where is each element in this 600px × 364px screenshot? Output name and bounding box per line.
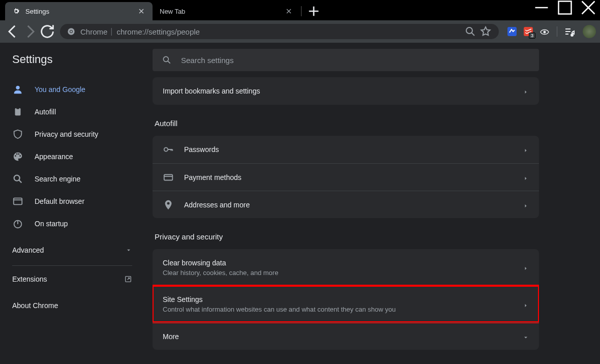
address-bar[interactable]: Chrome | chrome://settings/people bbox=[60, 24, 499, 39]
back-button[interactable] bbox=[4, 23, 21, 40]
sidebar-advanced[interactable]: Advanced bbox=[0, 239, 144, 261]
minimize-button[interactable] bbox=[530, 0, 553, 15]
sidebar-item-label: Appearance bbox=[35, 153, 73, 161]
sidebar-item-default-browser[interactable]: Default browser bbox=[0, 190, 144, 213]
search-input[interactable] bbox=[181, 56, 530, 65]
close-window-button[interactable] bbox=[577, 0, 600, 15]
sidebar-item-label: On startup bbox=[35, 220, 68, 228]
section-title-autofill: Autofill bbox=[153, 105, 539, 130]
extension-badge: 3 bbox=[529, 33, 535, 39]
clipboard-icon bbox=[12, 106, 23, 117]
location-icon bbox=[163, 199, 174, 210]
sidebar-item-autofill[interactable]: Autofill bbox=[0, 101, 144, 123]
sidebar-item-privacy[interactable]: Privacy and security bbox=[0, 123, 144, 145]
chrome-icon bbox=[67, 27, 75, 36]
row-subtitle: Clear history, cookies, cache, and more bbox=[163, 269, 523, 277]
omnibox-url: chrome://settings/people bbox=[117, 27, 461, 36]
search-wrap bbox=[153, 43, 592, 71]
svg-point-4 bbox=[466, 27, 472, 34]
about-label: About Chrome bbox=[12, 301, 58, 310]
chevron-right-icon bbox=[523, 88, 529, 94]
svg-rect-11 bbox=[16, 107, 19, 109]
card-top: Import bookmarks and settings bbox=[153, 77, 539, 105]
sidebar-item-label: Autofill bbox=[35, 108, 56, 116]
svg-point-3 bbox=[70, 31, 72, 33]
palette-icon bbox=[12, 151, 23, 162]
sidebar-item-label: Privacy and security bbox=[35, 130, 98, 138]
window-controls bbox=[530, 0, 600, 15]
maximize-button[interactable] bbox=[553, 0, 577, 15]
media-control-icon[interactable] bbox=[563, 25, 576, 38]
row-subtitle: Control what information websites can us… bbox=[163, 306, 523, 313]
omnibox-scheme: Chrome bbox=[80, 27, 107, 36]
row-clear-browsing-data[interactable]: Clear browsing data Clear history, cooki… bbox=[153, 249, 539, 286]
close-icon[interactable] bbox=[137, 7, 145, 15]
reload-button[interactable] bbox=[39, 23, 56, 40]
extension-icon-2[interactable]: 3 bbox=[522, 25, 534, 38]
chevron-right-icon bbox=[523, 202, 529, 208]
main-panel[interactable]: Import bookmarks and settings Autofill P… bbox=[144, 43, 600, 364]
chevron-right-icon bbox=[523, 301, 529, 308]
row-more[interactable]: More bbox=[153, 322, 539, 350]
shield-icon bbox=[12, 129, 23, 140]
svg-rect-13 bbox=[14, 198, 22, 205]
card-privacy: Clear browsing data Clear history, cooki… bbox=[153, 249, 539, 350]
tab-new[interactable]: New Tab bbox=[153, 2, 300, 20]
svg-point-9 bbox=[16, 86, 19, 89]
toolbar: Chrome | chrome://settings/people 3 bbox=[0, 20, 600, 43]
svg-point-17 bbox=[164, 147, 168, 151]
open-external-icon bbox=[124, 275, 132, 283]
svg-rect-5 bbox=[507, 27, 517, 36]
sidebar-item-on-startup[interactable]: On startup bbox=[0, 213, 144, 235]
avatar[interactable] bbox=[583, 25, 596, 38]
chevron-right-icon bbox=[523, 174, 529, 180]
sidebar-item-appearance[interactable]: Appearance bbox=[0, 145, 144, 168]
content: Settings You and Google Autofill Privacy… bbox=[0, 43, 600, 364]
title-bar: Settings New Tab bbox=[0, 0, 600, 20]
forward-button[interactable] bbox=[21, 23, 39, 40]
chevron-right-icon bbox=[523, 146, 529, 153]
power-icon bbox=[12, 218, 23, 229]
row-title: Payment methods bbox=[184, 173, 523, 181]
row-payment-methods[interactable]: Payment methods bbox=[153, 163, 539, 191]
extension-area: 3 bbox=[506, 25, 596, 38]
gear-icon bbox=[12, 7, 20, 15]
row-title: Site Settings bbox=[163, 295, 523, 304]
tab-strip: Settings New Tab bbox=[0, 0, 322, 20]
sidebar-item-search-engine[interactable]: Search engine bbox=[0, 168, 144, 190]
sidebar-item-label: You and Google bbox=[35, 85, 85, 94]
row-import-bookmarks[interactable]: Import bookmarks and settings bbox=[153, 77, 539, 105]
search-icon bbox=[162, 55, 172, 65]
svg-point-7 bbox=[544, 31, 546, 34]
sidebar-extensions[interactable]: Extensions bbox=[0, 266, 144, 292]
svg-rect-10 bbox=[15, 108, 21, 116]
svg-rect-18 bbox=[164, 174, 173, 180]
toolbar-separator bbox=[557, 26, 557, 37]
zoom-icon[interactable] bbox=[464, 25, 476, 38]
tab-divider bbox=[301, 6, 302, 16]
section-title-privacy: Privacy and security bbox=[153, 218, 539, 243]
tab-settings[interactable]: Settings bbox=[5, 2, 153, 20]
search-box[interactable] bbox=[153, 49, 539, 71]
row-addresses[interactable]: Addresses and more bbox=[153, 191, 539, 218]
chevron-right-icon bbox=[523, 264, 529, 270]
row-title: Import bookmarks and settings bbox=[163, 87, 523, 95]
card-icon bbox=[163, 172, 174, 183]
close-icon[interactable] bbox=[285, 7, 293, 15]
row-site-settings[interactable]: Site Settings Control what information w… bbox=[153, 286, 539, 322]
new-tab-button[interactable] bbox=[306, 3, 322, 19]
sidebar-item-label: Search engine bbox=[35, 175, 80, 183]
sidebar-item-you-and-google[interactable]: You and Google bbox=[0, 78, 144, 101]
sidebar: Settings You and Google Autofill Privacy… bbox=[0, 43, 144, 364]
search-icon bbox=[12, 173, 23, 185]
omnibox-sep: | bbox=[110, 27, 112, 36]
star-icon[interactable] bbox=[479, 25, 492, 38]
advanced-label: Advanced bbox=[12, 246, 44, 254]
extension-icon-1[interactable] bbox=[506, 25, 518, 38]
extension-icon-3[interactable] bbox=[538, 25, 551, 38]
sidebar-about[interactable]: About Chrome bbox=[0, 292, 144, 319]
row-title: Clear browsing data bbox=[163, 259, 523, 267]
row-passwords[interactable]: Passwords bbox=[153, 136, 539, 163]
chevron-down-icon bbox=[523, 333, 529, 340]
page-title: Settings bbox=[0, 43, 144, 78]
